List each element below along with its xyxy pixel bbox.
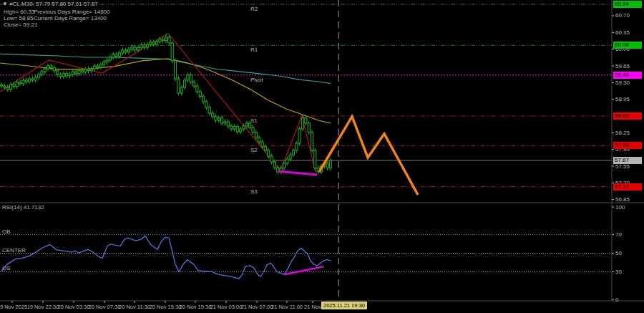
rsi-oversold-label: OS (2, 265, 11, 271)
candles-group (0, 34, 331, 175)
rsi-divergence-line (284, 266, 323, 274)
pivot-label-S2: S2 (250, 147, 258, 153)
price-badge-57.12: 57.12 (613, 183, 642, 191)
trading-chart-window: ▼ #CL,M30: 57.79 57.80 57.61 57.67 High=… (0, 0, 644, 313)
time-tick-label: 19 Nov 22:30 (27, 304, 59, 310)
ma-fast-line (0, 59, 331, 123)
prev-range-label: Previous Days Range= 14800 (34, 9, 110, 15)
rsi-tick-label: 0 (615, 297, 618, 303)
curr-range-label: Current Days Range= 13400 (34, 15, 107, 21)
forecast-zigzag-line (319, 117, 418, 195)
pivot-label-S1: S1 (250, 117, 258, 124)
rsi-tick-label: 100 (615, 204, 625, 211)
price-tick-label: 58.25 (615, 130, 630, 136)
prev-close-label: Close= 59.21 (4, 21, 37, 28)
time-tick-label: 21 Nov 07:00 (241, 304, 273, 310)
price-tick-label: 60.35 (615, 29, 630, 36)
price-badge-57.67: 57.67 (613, 157, 642, 164)
price-tick-label: 59.30 (615, 80, 630, 86)
price-badge-60.94: 60.94 (613, 1, 642, 8)
cursor-time-badge: 2025.11.21 19:30 (321, 302, 367, 309)
pivot-label-R1: R1 (250, 47, 258, 53)
rsi-center-label: CENTER (2, 247, 26, 254)
time-tick-label: 20 Nov 15:30 (150, 304, 182, 310)
pivot-label-R2: R2 (250, 6, 258, 12)
pivot-label-P: Pivot (250, 77, 263, 83)
price-tick-label: 56.85 (615, 196, 630, 203)
chart-plot-area[interactable] (0, 0, 644, 313)
price-tick-label: 57.55 (615, 163, 630, 170)
rsi-tick-label: 50 (615, 250, 622, 256)
price-tick-label: 59.65 (615, 63, 630, 69)
time-tick-label: 21 Nov (304, 304, 321, 310)
prev-high-label: High= 60.33 (4, 9, 34, 15)
rsi-overbought-label: OB (2, 228, 11, 235)
price-badge-59.46: 59.46 (613, 72, 642, 79)
time-tick-label: 20 Nov 03:30 (58, 304, 90, 310)
rsi-tick-label: 70 (615, 231, 622, 238)
price-badge-57.98: 57.98 (613, 142, 642, 149)
rsi-line (1, 236, 331, 279)
price-badge-58.60: 58.60 (613, 112, 642, 120)
rsi-tick-label: 30 (615, 269, 622, 275)
price-tick-label: 60.70 (615, 12, 630, 19)
pivot-label-S3: S3 (250, 188, 258, 195)
price-badge-60.08: 60.08 (613, 42, 642, 49)
time-tick-label: 21 Nov 11:00 (271, 304, 303, 310)
symbol-ohlc-line: ▼ #CL,M30: 57.79 57.80 57.61 57.67 (2, 1, 98, 7)
prev-low-label: Low= 58.85 (4, 15, 34, 21)
time-tick-label: 19 Nov 2025 (0, 304, 27, 310)
time-tick-label: 20 Nov 07:30 (89, 304, 121, 310)
price-tick-label: 58.95 (615, 96, 630, 102)
rsi-indicator-label: RSI(14) 41.7132 (2, 204, 44, 211)
time-tick-label: 20 Nov 19:30 (180, 304, 212, 310)
support-trendline (279, 171, 317, 175)
time-tick-label: 20 Nov 11:30 (119, 304, 150, 310)
time-tick-label: 21 Nov 03:00 (210, 304, 243, 310)
